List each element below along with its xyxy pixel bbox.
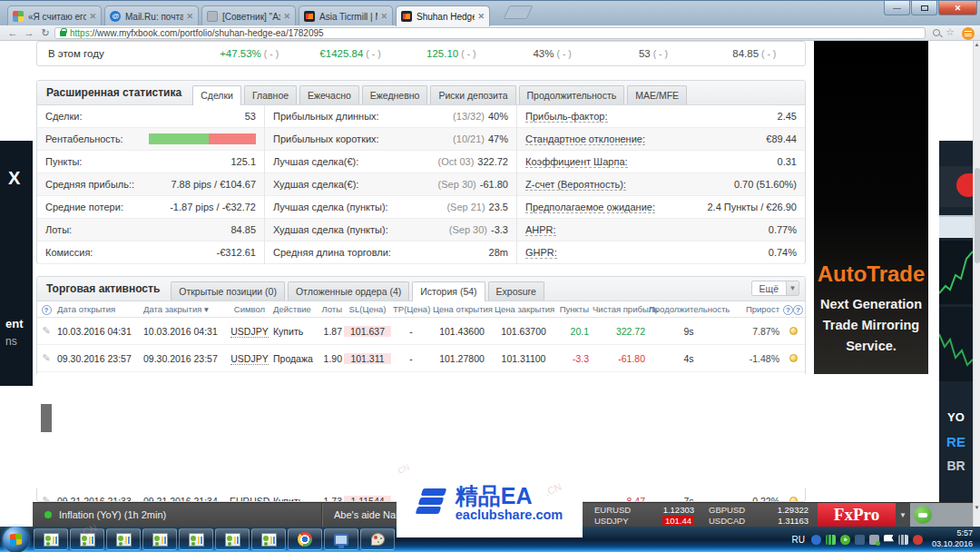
symbol-link[interactable]: USDJPY: [230, 326, 268, 338]
tray-icon[interactable]: [855, 535, 865, 545]
browser-tab[interactable]: Asia Ticrmill | Myfxb ✕: [299, 5, 393, 26]
tray-icon[interactable]: [913, 535, 923, 545]
browser-tab[interactable]: [Советник] "Азия" ✕: [201, 5, 296, 26]
col-close-price[interactable]: Цена закрытия: [493, 304, 554, 314]
stats-tab[interactable]: Продолжительность: [519, 85, 625, 104]
network-icon[interactable]: [898, 535, 908, 545]
tab-list: «Я считаю его гоп ✕ Mail.Ru: почта, пои …: [7, 5, 493, 26]
col-open-price[interactable]: Цена открытия: [431, 304, 493, 314]
col-gain[interactable]: Прирост: [730, 304, 781, 314]
summary-value: 84.85( - ): [704, 48, 805, 59]
reload-icon[interactable]: ↻: [38, 26, 53, 39]
bookmark-star-icon[interactable]: ☆: [946, 26, 955, 38]
col-symbol[interactable]: Символ: [228, 304, 271, 314]
help-icon[interactable]: ?: [793, 305, 803, 315]
taskbar-app-metatrader[interactable]: [179, 528, 213, 550]
tab-favicon: [110, 11, 121, 22]
metatrader-icon: [44, 533, 59, 547]
edit-pencil-icon[interactable]: ✎: [37, 495, 55, 501]
col-lots[interactable]: Лоты: [317, 304, 344, 314]
maximize-button[interactable]: [911, 1, 937, 15]
new-tab-button[interactable]: [504, 5, 534, 19]
taskbar-app-paint[interactable]: [360, 528, 395, 550]
more-label: Ещё: [752, 283, 786, 294]
lightbulb-icon[interactable]: [789, 327, 798, 335]
help-icon[interactable]: ?: [42, 305, 52, 315]
tray-icon[interactable]: [811, 535, 821, 545]
chevron-down-icon[interactable]: ▼: [896, 503, 910, 527]
stats-tab[interactable]: Ежечасно: [299, 85, 359, 104]
browser-tab-strip: «Я считаю его гоп ✕ Mail.Ru: почта, пои …: [0, 0, 980, 25]
stats-tab[interactable]: MAE/MFE: [627, 85, 687, 104]
activity-tab[interactable]: Отложенные ордера (4): [288, 281, 409, 301]
activity-tab[interactable]: История (54): [412, 281, 485, 301]
stat-row: Худшая сделка (пункты): (Sep 30) -3.3: [265, 219, 516, 242]
taskbar-app-computer[interactable]: [324, 528, 358, 550]
stats-tab[interactable]: Риски депозита: [430, 85, 515, 104]
signal-icon[interactable]: [826, 535, 836, 545]
taskbar-app-chrome[interactable]: [288, 528, 322, 550]
more-dropdown[interactable]: Ещё ▼: [751, 281, 799, 296]
activity-tab[interactable]: Exposure: [488, 281, 544, 301]
browser-tab[interactable]: «Я считаю его гоп ✕: [7, 5, 102, 26]
tab-close-icon[interactable]: ✕: [477, 12, 485, 21]
taskbar-app-metatrader[interactable]: [70, 528, 104, 550]
stats-tab[interactable]: Главное: [244, 85, 297, 104]
stats-tab[interactable]: Сделки: [192, 85, 241, 105]
tab-close-icon[interactable]: ✕: [89, 12, 96, 21]
action-center-flag-icon[interactable]: [884, 535, 894, 545]
taskbar-app-metatrader[interactable]: [106, 528, 141, 550]
back-icon[interactable]: ←: [5, 26, 20, 39]
symbol-link[interactable]: EURUSD: [230, 496, 270, 502]
minimize-button[interactable]: —: [884, 1, 910, 15]
taskbar-app-metatrader[interactable]: [142, 528, 177, 550]
chat-widget[interactable]: [910, 503, 935, 527]
language-indicator[interactable]: RU: [792, 535, 805, 545]
stats-tab[interactable]: Ежедневно: [362, 85, 428, 104]
col-duration[interactable]: Продолжительность: [647, 304, 730, 314]
edit-pencil-icon[interactable]: ✎: [37, 352, 55, 364]
close-button[interactable]: ✕: [938, 1, 977, 15]
taskbar-app-metatrader[interactable]: [251, 528, 286, 550]
col-tp[interactable]: TP(Цена): [391, 304, 431, 314]
right-ad-fragment[interactable]: YO RE BR: [939, 141, 973, 502]
scroll-down-icon[interactable]: ▼: [974, 505, 980, 510]
lightbulb-icon[interactable]: [789, 497, 798, 502]
fxpro-logo[interactable]: FxPro: [818, 503, 896, 527]
help-icon[interactable]: ?: [783, 305, 793, 315]
tab-close-icon[interactable]: ✕: [186, 12, 193, 21]
palette-icon: [371, 533, 385, 546]
col-pips[interactable]: Пункты: [554, 304, 591, 314]
symbol-link[interactable]: USDJPY: [230, 353, 268, 365]
col-open-date[interactable]: Дата открытия: [55, 304, 142, 314]
activity-tab[interactable]: Открытые позиции (0): [171, 281, 285, 301]
lightbulb-icon[interactable]: [789, 354, 798, 362]
col-close-date[interactable]: Дата закрытия ▾: [142, 304, 228, 314]
chat-bubble-icon: [914, 506, 932, 524]
page-scrollbar[interactable]: ▲ ▼: [973, 41, 980, 527]
browser-tab[interactable]: Mail.Ru: почта, пои ✕: [104, 5, 199, 26]
autotrade-ad-banner[interactable]: AutoTrade Next Generation Trade Mirrorin…: [814, 41, 928, 377]
forward-icon[interactable]: →: [22, 26, 36, 39]
col-sl[interactable]: SL(Цена): [344, 304, 391, 314]
tab-title: Shuhan Hedge EA |: [416, 12, 475, 22]
scroll-up-icon[interactable]: ▲: [974, 42, 980, 47]
clock[interactable]: 5:57 03.10.2016: [932, 528, 973, 549]
sync-icon[interactable]: [869, 535, 879, 545]
stat-row: Прибыль-фактор: 2.45: [517, 105, 805, 128]
antivirus-icon[interactable]: [840, 535, 850, 545]
col-profit[interactable]: Чистая прибыль: [591, 304, 647, 314]
start-button[interactable]: [3, 527, 29, 552]
taskbar-app-metatrader[interactable]: [34, 528, 68, 550]
tab-close-icon[interactable]: ✕: [283, 12, 290, 21]
browser-tab[interactable]: Shuhan Hedge EA | ✕: [396, 5, 490, 26]
url-bar[interactable]: https ://www.myfxbook.com/portfolio/shuh…: [54, 27, 926, 39]
news-item[interactable]: Inflation (YoY) (1h 2min): [33, 509, 321, 520]
taskbar-app-metatrader[interactable]: [215, 528, 250, 550]
search-icon[interactable]: [933, 29, 940, 36]
edit-pencil-icon[interactable]: ✎: [37, 325, 55, 337]
scrollbar-thumb[interactable]: [975, 168, 980, 263]
col-action[interactable]: Действие: [271, 304, 317, 314]
chrome-menu-icon[interactable]: [962, 27, 975, 40]
tab-close-icon[interactable]: ✕: [380, 12, 387, 21]
